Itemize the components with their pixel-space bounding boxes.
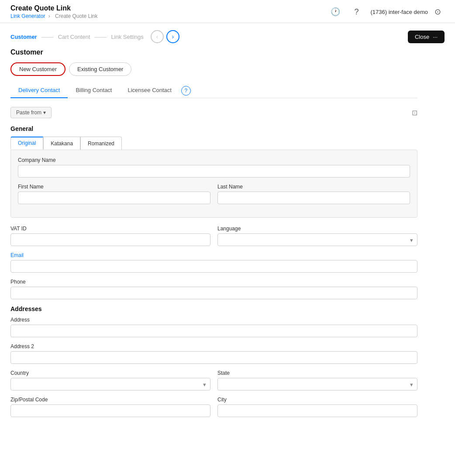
wizard-step-customer[interactable]: Customer bbox=[10, 34, 37, 40]
history-icon-button[interactable]: 🕐 bbox=[328, 5, 342, 19]
vat-id-label: VAT ID bbox=[10, 226, 210, 232]
question-icon: ? bbox=[354, 7, 358, 17]
contact-tab-help-icon[interactable]: ? bbox=[181, 86, 191, 96]
wizard-step-link[interactable]: Link Settings bbox=[111, 34, 143, 40]
first-name-label: First Name bbox=[18, 184, 210, 190]
vat-id-input[interactable] bbox=[10, 233, 210, 246]
top-bar-left: Create Quote Link Link Generator › Creat… bbox=[10, 4, 99, 19]
country-select-wrapper bbox=[10, 378, 210, 390]
help-icon-button[interactable]: ? bbox=[349, 5, 363, 19]
script-tabs: Original Katakana Romanized bbox=[10, 137, 417, 150]
wizard-nav: Customer —— Cart Content —— Link Setting… bbox=[0, 23, 455, 48]
user-avatar-icon: ⊙ bbox=[434, 7, 441, 17]
phone-input[interactable] bbox=[10, 287, 417, 299]
last-name-group: Last Name bbox=[217, 184, 410, 204]
clock-icon: 🕐 bbox=[331, 7, 340, 17]
script-tab-katakana[interactable]: Katakana bbox=[43, 137, 80, 150]
city-input[interactable] bbox=[217, 404, 417, 417]
user-menu-button[interactable]: ⊙ bbox=[431, 5, 445, 19]
country-state-row: Country State bbox=[10, 370, 417, 390]
general-heading: General bbox=[10, 125, 417, 132]
company-name-group: Company Name bbox=[18, 157, 410, 178]
company-name-input[interactable] bbox=[18, 165, 410, 178]
page-title: Create Quote Link bbox=[10, 4, 99, 12]
paste-from-label: Paste from bbox=[16, 110, 41, 116]
breadcrumb: Link Generator › Create Quote Link bbox=[10, 13, 99, 19]
state-label: State bbox=[217, 370, 417, 376]
chevron-down-icon: ▾ bbox=[43, 110, 46, 116]
vat-id-group: VAT ID bbox=[10, 226, 210, 246]
wizard-next-button[interactable]: › bbox=[166, 30, 179, 43]
email-group: Email bbox=[10, 252, 417, 273]
zip-label: Zip/Postal Code bbox=[10, 397, 210, 403]
address2-group: Address 2 bbox=[10, 343, 417, 364]
address2-label: Address 2 bbox=[10, 343, 417, 349]
customer-type-row: New Customer Existing Customer bbox=[10, 62, 417, 76]
wizard-sep-2: —— bbox=[94, 33, 107, 40]
state-group: State bbox=[217, 370, 417, 390]
breadcrumb-parent[interactable]: Link Generator bbox=[10, 13, 45, 19]
wizard-steps: Customer —— Cart Content —— Link Setting… bbox=[10, 30, 179, 43]
country-group: Country bbox=[10, 370, 210, 390]
existing-customer-button[interactable]: Existing Customer bbox=[69, 62, 131, 76]
state-select[interactable] bbox=[217, 378, 417, 390]
state-select-wrapper bbox=[217, 378, 417, 390]
city-group: City bbox=[217, 397, 417, 417]
zip-city-row: Zip/Postal Code City bbox=[10, 397, 417, 417]
address-group: Address bbox=[10, 317, 417, 337]
language-select-wrapper bbox=[217, 233, 417, 246]
address-label: Address bbox=[10, 317, 417, 323]
new-customer-button[interactable]: New Customer bbox=[10, 62, 65, 76]
script-tab-romanized[interactable]: Romanized bbox=[80, 137, 122, 150]
language-group: Language bbox=[217, 226, 417, 246]
first-name-input[interactable] bbox=[18, 192, 210, 204]
addresses-heading: Addresses bbox=[10, 305, 417, 312]
first-name-group: First Name bbox=[18, 184, 210, 204]
email-label: Email bbox=[10, 252, 417, 258]
country-select[interactable] bbox=[10, 378, 210, 390]
zip-group: Zip/Postal Code bbox=[10, 397, 210, 417]
top-bar: Create Quote Link Link Generator › Creat… bbox=[0, 0, 455, 23]
language-select[interactable] bbox=[217, 233, 417, 246]
user-info: (1736) inter-face demo ⊙ bbox=[370, 5, 445, 19]
city-label: City bbox=[217, 397, 417, 403]
phone-group: Phone bbox=[10, 279, 417, 299]
user-name: (1736) inter-face demo bbox=[370, 9, 428, 15]
paste-from-button[interactable]: Paste from ▾ bbox=[10, 107, 52, 118]
tab-billing-contact[interactable]: Billing Contact bbox=[68, 83, 120, 98]
language-label: Language bbox=[217, 226, 417, 232]
tab-licensee-contact[interactable]: Licensee Contact bbox=[120, 83, 179, 98]
script-tab-original[interactable]: Original bbox=[10, 137, 43, 150]
name-row: First Name Last Name bbox=[18, 184, 410, 210]
zip-input[interactable] bbox=[10, 404, 210, 417]
close-dots: ··· bbox=[433, 34, 438, 40]
main-content: Customer New Customer Existing Customer … bbox=[0, 48, 428, 441]
last-name-input[interactable] bbox=[217, 192, 410, 204]
phone-label: Phone bbox=[10, 279, 417, 285]
company-name-label: Company Name bbox=[18, 157, 410, 163]
last-name-label: Last Name bbox=[217, 184, 410, 190]
email-input[interactable] bbox=[10, 260, 417, 273]
contact-tabs: Delivery Contact Billing Contact License… bbox=[10, 83, 417, 98]
address-input[interactable] bbox=[10, 325, 417, 337]
close-button[interactable]: Close ··· bbox=[408, 31, 445, 43]
general-box: Company Name First Name Last Name bbox=[10, 150, 417, 218]
wizard-arrows: ‹ › bbox=[151, 30, 179, 43]
wizard-sep-1: —— bbox=[41, 33, 54, 40]
top-bar-right: 🕐 ? (1736) inter-face demo ⊙ bbox=[328, 5, 445, 19]
close-label: Close bbox=[415, 34, 429, 40]
wizard-step-cart[interactable]: Cart Content bbox=[58, 34, 90, 40]
paste-row: Paste from ▾ ⊡ bbox=[10, 107, 417, 118]
tab-delivery-contact[interactable]: Delivery Contact bbox=[10, 83, 68, 98]
address2-input[interactable] bbox=[10, 351, 417, 364]
paste-icon-right[interactable]: ⊡ bbox=[412, 109, 417, 117]
customer-heading: Customer bbox=[10, 48, 417, 56]
country-label: Country bbox=[10, 370, 210, 376]
wizard-prev-button[interactable]: ‹ bbox=[151, 30, 164, 43]
breadcrumb-current: Create Quote Link bbox=[55, 13, 97, 19]
vat-language-row: VAT ID Language bbox=[10, 226, 417, 246]
